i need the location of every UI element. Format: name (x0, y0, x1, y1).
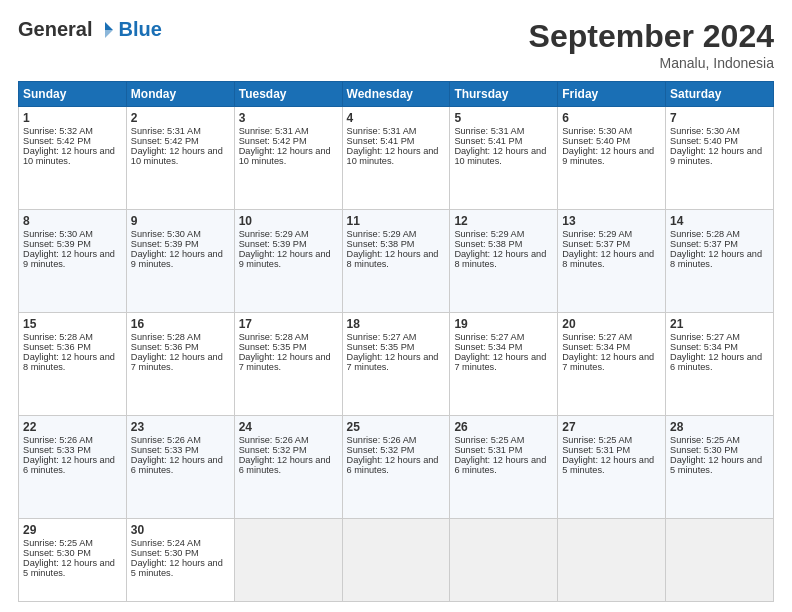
calendar-cell: 7Sunrise: 5:30 AMSunset: 5:40 PMDaylight… (666, 107, 774, 210)
daylight: Daylight: 12 hours and 7 minutes. (347, 352, 439, 372)
daylight: Daylight: 12 hours and 10 minutes. (454, 146, 546, 166)
sunset: Sunset: 5:31 PM (454, 445, 522, 455)
day-number: 15 (23, 317, 122, 331)
sunrise: Sunrise: 5:29 AM (239, 229, 309, 239)
sunrise: Sunrise: 5:27 AM (670, 332, 740, 342)
calendar-cell: 1Sunrise: 5:32 AMSunset: 5:42 PMDaylight… (19, 107, 127, 210)
sunset: Sunset: 5:33 PM (23, 445, 91, 455)
header: General Blue September 2024 Manalu, Indo… (18, 18, 774, 71)
sunset: Sunset: 5:39 PM (239, 239, 307, 249)
sunset: Sunset: 5:34 PM (454, 342, 522, 352)
daylight: Daylight: 12 hours and 6 minutes. (670, 352, 762, 372)
sunrise: Sunrise: 5:31 AM (347, 126, 417, 136)
sunset: Sunset: 5:34 PM (670, 342, 738, 352)
sunrise: Sunrise: 5:30 AM (562, 126, 632, 136)
calendar-cell: 22Sunrise: 5:26 AMSunset: 5:33 PMDayligh… (19, 415, 127, 518)
col-header-tuesday: Tuesday (234, 82, 342, 107)
daylight: Daylight: 12 hours and 10 minutes. (239, 146, 331, 166)
sunset: Sunset: 5:30 PM (131, 548, 199, 558)
day-number: 2 (131, 111, 230, 125)
calendar-cell: 6Sunrise: 5:30 AMSunset: 5:40 PMDaylight… (558, 107, 666, 210)
svg-marker-1 (105, 30, 113, 38)
calendar-table: SundayMondayTuesdayWednesdayThursdayFrid… (18, 81, 774, 602)
calendar-cell: 8Sunrise: 5:30 AMSunset: 5:39 PMDaylight… (19, 209, 127, 312)
sunset: Sunset: 5:30 PM (23, 548, 91, 558)
calendar-cell: 15Sunrise: 5:28 AMSunset: 5:36 PMDayligh… (19, 312, 127, 415)
logo-general: General (18, 18, 92, 41)
day-number: 9 (131, 214, 230, 228)
day-number: 14 (670, 214, 769, 228)
page: General Blue September 2024 Manalu, Indo… (0, 0, 792, 612)
sunset: Sunset: 5:35 PM (239, 342, 307, 352)
daylight: Daylight: 12 hours and 8 minutes. (670, 249, 762, 269)
calendar-cell (450, 518, 558, 601)
sunset: Sunset: 5:36 PM (23, 342, 91, 352)
sunrise: Sunrise: 5:29 AM (347, 229, 417, 239)
sunset: Sunset: 5:35 PM (347, 342, 415, 352)
sunset: Sunset: 5:42 PM (131, 136, 199, 146)
daylight: Daylight: 12 hours and 10 minutes. (23, 146, 115, 166)
sunrise: Sunrise: 5:28 AM (23, 332, 93, 342)
sunset: Sunset: 5:42 PM (23, 136, 91, 146)
sunset: Sunset: 5:36 PM (131, 342, 199, 352)
calendar-cell: 30Sunrise: 5:24 AMSunset: 5:30 PMDayligh… (126, 518, 234, 601)
calendar-cell: 13Sunrise: 5:29 AMSunset: 5:37 PMDayligh… (558, 209, 666, 312)
col-header-monday: Monday (126, 82, 234, 107)
daylight: Daylight: 12 hours and 8 minutes. (347, 249, 439, 269)
daylight: Daylight: 12 hours and 8 minutes. (23, 352, 115, 372)
calendar-cell: 14Sunrise: 5:28 AMSunset: 5:37 PMDayligh… (666, 209, 774, 312)
calendar-cell (234, 518, 342, 601)
calendar-cell (666, 518, 774, 601)
sunrise: Sunrise: 5:29 AM (454, 229, 524, 239)
calendar-cell: 26Sunrise: 5:25 AMSunset: 5:31 PMDayligh… (450, 415, 558, 518)
day-number: 20 (562, 317, 661, 331)
sunrise: Sunrise: 5:30 AM (670, 126, 740, 136)
day-number: 18 (347, 317, 446, 331)
month-title: September 2024 (529, 18, 774, 55)
logo-blue: Blue (118, 18, 161, 41)
sunrise: Sunrise: 5:27 AM (347, 332, 417, 342)
sunrise: Sunrise: 5:27 AM (562, 332, 632, 342)
calendar-cell: 12Sunrise: 5:29 AMSunset: 5:38 PMDayligh… (450, 209, 558, 312)
calendar-cell: 4Sunrise: 5:31 AMSunset: 5:41 PMDaylight… (342, 107, 450, 210)
day-number: 24 (239, 420, 338, 434)
day-number: 22 (23, 420, 122, 434)
calendar-cell: 10Sunrise: 5:29 AMSunset: 5:39 PMDayligh… (234, 209, 342, 312)
sunrise: Sunrise: 5:25 AM (23, 538, 93, 548)
daylight: Daylight: 12 hours and 9 minutes. (239, 249, 331, 269)
daylight: Daylight: 12 hours and 10 minutes. (131, 146, 223, 166)
day-number: 6 (562, 111, 661, 125)
day-number: 27 (562, 420, 661, 434)
sunset: Sunset: 5:32 PM (347, 445, 415, 455)
day-number: 3 (239, 111, 338, 125)
day-number: 21 (670, 317, 769, 331)
day-number: 16 (131, 317, 230, 331)
calendar-cell: 29Sunrise: 5:25 AMSunset: 5:30 PMDayligh… (19, 518, 127, 601)
daylight: Daylight: 12 hours and 6 minutes. (454, 455, 546, 475)
day-number: 23 (131, 420, 230, 434)
day-number: 19 (454, 317, 553, 331)
sunrise: Sunrise: 5:28 AM (670, 229, 740, 239)
daylight: Daylight: 12 hours and 7 minutes. (454, 352, 546, 372)
calendar-cell: 27Sunrise: 5:25 AMSunset: 5:31 PMDayligh… (558, 415, 666, 518)
sunset: Sunset: 5:30 PM (670, 445, 738, 455)
calendar-cell: 3Sunrise: 5:31 AMSunset: 5:42 PMDaylight… (234, 107, 342, 210)
sunrise: Sunrise: 5:25 AM (454, 435, 524, 445)
day-number: 12 (454, 214, 553, 228)
sunrise: Sunrise: 5:30 AM (131, 229, 201, 239)
calendar-cell (558, 518, 666, 601)
calendar-cell: 21Sunrise: 5:27 AMSunset: 5:34 PMDayligh… (666, 312, 774, 415)
daylight: Daylight: 12 hours and 9 minutes. (131, 249, 223, 269)
sunrise: Sunrise: 5:25 AM (562, 435, 632, 445)
calendar-cell: 5Sunrise: 5:31 AMSunset: 5:41 PMDaylight… (450, 107, 558, 210)
daylight: Daylight: 12 hours and 7 minutes. (562, 352, 654, 372)
calendar-cell: 9Sunrise: 5:30 AMSunset: 5:39 PMDaylight… (126, 209, 234, 312)
daylight: Daylight: 12 hours and 7 minutes. (239, 352, 331, 372)
daylight: Daylight: 12 hours and 6 minutes. (131, 455, 223, 475)
daylight: Daylight: 12 hours and 9 minutes. (562, 146, 654, 166)
daylight: Daylight: 12 hours and 6 minutes. (239, 455, 331, 475)
day-number: 4 (347, 111, 446, 125)
col-header-saturday: Saturday (666, 82, 774, 107)
day-number: 8 (23, 214, 122, 228)
sunset: Sunset: 5:34 PM (562, 342, 630, 352)
